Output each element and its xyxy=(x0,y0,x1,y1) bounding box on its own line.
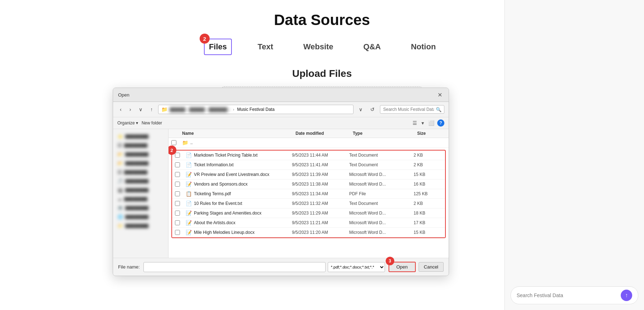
dialog-files-area: Name Date modified Type Size 📁 .. xyxy=(169,129,449,258)
file-date-8: 9/5/2023 11:20 AM xyxy=(292,230,349,235)
file-row-4[interactable]: 📋 Ticketing Terms.pdf 9/5/2023 11:34 AM … xyxy=(172,189,445,199)
view-tiles-button[interactable]: ⬜ xyxy=(427,119,436,127)
tab-files-badge: 2 xyxy=(200,34,210,44)
send-icon: ↑ xyxy=(625,292,628,299)
view-icons: ☰ ▾ ⬜ ? xyxy=(411,119,444,127)
nav-forward-button[interactable]: › xyxy=(127,105,134,114)
nav-item-7[interactable]: 🎬 ████████ xyxy=(113,186,168,195)
dialog-close-button[interactable]: ✕ xyxy=(436,91,444,99)
file-size-4: 125 KB xyxy=(414,191,442,196)
tab-qa[interactable]: Q&A xyxy=(359,39,385,54)
dialog-titlebar: Open ✕ xyxy=(113,88,449,102)
view-details-dropdown[interactable]: ▾ xyxy=(420,119,425,127)
chat-send-button[interactable]: ↑ xyxy=(621,290,632,301)
filename-label: File name: xyxy=(118,264,140,270)
file-name-8: 📝 Mile High Melodies Lineup.docx xyxy=(186,230,292,235)
file-checkbox-parent[interactable] xyxy=(171,140,176,145)
nav-item-4-icon: 📂 xyxy=(117,161,123,166)
file-size-0: 2 KB xyxy=(414,153,442,158)
nav-item-9[interactable]: 💻 ████████ xyxy=(113,203,168,212)
dialog-nav-toolbar: ‹ › ∨ ↑ 📁 ▓▓▓▓▓ › ▓▓▓▓▓ › ▓▓▓▓▓▓ › › Mus… xyxy=(113,102,449,117)
tab-files[interactable]: 2 Files xyxy=(204,39,232,55)
file-row-0[interactable]: 📄 Markdown Ticket Pricing Table.txt 9/5/… xyxy=(172,151,445,160)
nav-item-7-icon: 🎬 xyxy=(117,187,123,193)
dialog-title: Open xyxy=(118,92,130,98)
nav-item-5-icon: 🖼 xyxy=(117,169,122,175)
file-checkbox-6[interactable] xyxy=(175,211,180,216)
nav-item-2-icon: 🖼 xyxy=(117,143,122,148)
path-folder-icon: 📁 xyxy=(161,107,167,112)
new-folder-button[interactable]: New folder xyxy=(142,120,162,126)
nav-item-6[interactable]: 🎵 ████████ xyxy=(113,177,168,186)
path-bar[interactable]: 📁 ▓▓▓▓▓ › ▓▓▓▓▓ › ▓▓▓▓▓▓ › › Music Festi… xyxy=(158,105,353,114)
dialog-search-input[interactable] xyxy=(380,105,444,114)
nav-item-11-icon: 📁 xyxy=(117,223,123,228)
file-date-4: 9/5/2023 11:34 AM xyxy=(292,191,349,196)
tab-text[interactable]: Text xyxy=(253,39,278,54)
col-type: Type xyxy=(353,131,417,136)
tab-notion[interactable]: Notion xyxy=(406,39,440,54)
file-row-6[interactable]: 📝 Parking Stages and Amenities.docx 9/5/… xyxy=(172,208,445,218)
file-type-2: Microsoft Word D... xyxy=(349,172,414,177)
file-size-2: 15 KB xyxy=(414,172,442,177)
path-dropdown-button[interactable]: ∨ xyxy=(356,105,365,114)
nav-item-3-icon: 📂 xyxy=(117,152,123,157)
file-name-2: 📝 VR Preview and Event Livestream.docx xyxy=(186,172,292,177)
file-row-3[interactable]: 📝 Vendors and Sponsors.docx 9/5/2023 11:… xyxy=(172,179,445,189)
file-size-7: 17 KB xyxy=(414,220,442,225)
file-checkbox-7[interactable] xyxy=(175,220,180,225)
filename-input[interactable] xyxy=(143,262,326,272)
nav-dropdown-button[interactable]: ∨ xyxy=(136,105,145,114)
file-row-2[interactable]: 📝 VR Preview and Event Livestream.docx 9… xyxy=(172,170,445,179)
path-separator: › xyxy=(233,107,234,112)
file-row-parent[interactable]: 📁 .. xyxy=(169,138,449,148)
file-row-1[interactable]: 📄 Ticket Information.txt 9/5/2023 11:41 … xyxy=(172,160,445,170)
file-row-5[interactable]: 📄 10 Rules for the Event.txt 9/5/2023 11… xyxy=(172,199,445,208)
cancel-button[interactable]: Cancel xyxy=(419,262,444,272)
file-date-1: 9/5/2023 11:41 AM xyxy=(292,162,349,167)
nav-item-5[interactable]: 🖼 ████████ xyxy=(113,168,168,177)
chat-input[interactable] xyxy=(517,292,618,298)
file-checkbox-0[interactable] xyxy=(175,153,180,158)
file-row-8[interactable]: 📝 Mile High Melodies Lineup.docx 9/5/202… xyxy=(172,228,445,237)
file-date-2: 9/5/2023 11:39 AM xyxy=(292,172,349,177)
col-size: Size xyxy=(417,131,446,136)
view-list-button[interactable]: ☰ xyxy=(411,119,419,127)
tab-website[interactable]: Website xyxy=(299,39,338,54)
nav-up-button[interactable]: ↑ xyxy=(148,105,155,114)
file-type-4: PDF File xyxy=(349,191,414,196)
file-filter-dropdown[interactable]: *.pdf;*.doc;*.docx;*.txt;*.* xyxy=(328,262,385,272)
nav-item-1-icon: ⭐ xyxy=(117,134,123,139)
file-icon-8: 📝 xyxy=(186,230,192,235)
file-checkbox-2[interactable] xyxy=(175,172,180,177)
file-checkbox-8[interactable] xyxy=(175,230,180,235)
nav-item-1[interactable]: ⭐ ████████ xyxy=(113,132,168,141)
file-name-3: 📝 Vendors and Sponsors.docx xyxy=(186,181,292,187)
nav-item-10[interactable]: 🌐 ████████ xyxy=(113,212,168,221)
nav-item-8[interactable]: ☁ ████████ xyxy=(113,195,168,203)
file-date-6: 9/5/2023 11:29 AM xyxy=(292,211,349,216)
nav-item-3[interactable]: 📂 ████████ xyxy=(113,150,168,159)
file-name-7: 📝 About the Artists.docx xyxy=(186,220,292,226)
file-size-8: 15 KB xyxy=(414,230,442,235)
file-checkbox-5[interactable] xyxy=(175,201,180,206)
nav-item-11[interactable]: 📁 ████████ xyxy=(113,221,168,230)
file-checkbox-4[interactable] xyxy=(175,191,180,196)
file-type-8: Microsoft Word D... xyxy=(349,230,414,235)
nav-back-button[interactable]: ‹ xyxy=(117,105,124,114)
file-row-7[interactable]: 📝 About the Artists.docx 9/5/2023 11:21 … xyxy=(172,218,445,228)
nav-item-2[interactable]: 🖼 ████████ xyxy=(113,141,168,150)
filename-input-wrapper: *.pdf;*.doc;*.docx;*.txt;*.* xyxy=(143,262,385,272)
file-checkbox-1[interactable] xyxy=(175,162,180,167)
file-type-0: Text Document xyxy=(349,153,414,158)
path-refresh-button[interactable]: ↺ xyxy=(368,105,377,114)
file-icon-2: 📝 xyxy=(186,172,192,177)
view-help-button[interactable]: ? xyxy=(437,119,444,127)
file-size-3: 16 KB xyxy=(414,182,442,187)
organize-button[interactable]: Organize ▾ xyxy=(117,120,138,126)
right-panel: ↑ xyxy=(504,0,644,310)
file-date-0: 9/5/2023 11:44 AM xyxy=(292,153,349,158)
search-icon: 🔍 xyxy=(436,107,441,112)
nav-item-4[interactable]: 📂 ████████ xyxy=(113,159,168,168)
file-checkbox-3[interactable] xyxy=(175,182,180,187)
